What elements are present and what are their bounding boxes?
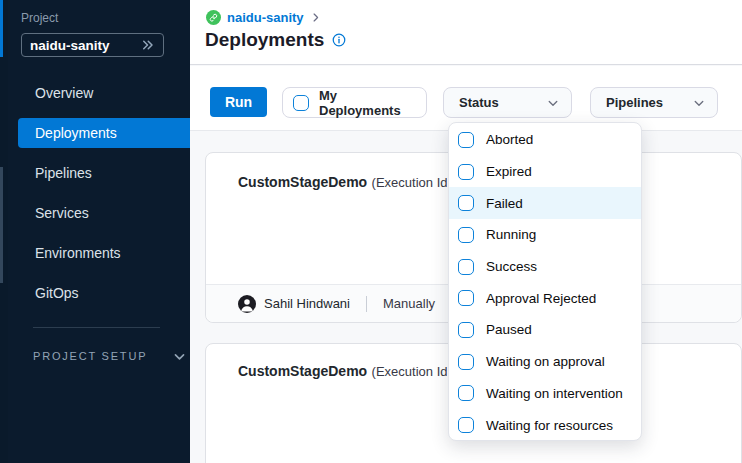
user-avatar (238, 295, 256, 313)
sidebar-item-label: GitOps (35, 285, 79, 301)
menu-item-waiting-on-approval[interactable]: Waiting on approval (449, 346, 641, 378)
sidebar-item-label: Pipelines (35, 165, 92, 181)
breadcrumb-project-link[interactable]: naidu-sanity (227, 10, 304, 25)
menu-item-checkbox[interactable] (458, 385, 474, 401)
menu-item-checkbox[interactable] (458, 227, 474, 243)
menu-item-checkbox[interactable] (458, 417, 474, 433)
menu-item-failed[interactable]: Failed (449, 187, 641, 219)
chevron-right-icon (310, 12, 321, 23)
menu-item-label: Waiting on intervention (486, 386, 623, 401)
my-deployments-toggle[interactable]: My Deployments (282, 87, 427, 118)
menu-item-label: Aborted (486, 132, 533, 147)
project-link-icon (206, 10, 221, 25)
execution-id-note: (Execution Id (372, 175, 448, 190)
sidebar-item-overview[interactable]: Overview (18, 78, 190, 108)
page-header: naidu-sanity Deployments (190, 0, 742, 65)
trigger-type: Manually (383, 296, 435, 311)
menu-item-label: Running (486, 227, 536, 242)
menu-item-checkbox[interactable] (458, 132, 474, 148)
main-content: naidu-sanity Deployments (190, 0, 742, 463)
page-title: Deployments (205, 29, 324, 51)
info-icon[interactable] (332, 33, 346, 47)
project-setup-label: PROJECT SETUP (33, 350, 147, 362)
menu-item-paused[interactable]: Paused (449, 314, 641, 346)
breadcrumb: naidu-sanity (206, 10, 321, 25)
sidebar-item-deployments[interactable]: Deployments (18, 118, 190, 148)
sidebar-item-pipelines[interactable]: Pipelines (18, 158, 190, 188)
menu-item-aborted[interactable]: Aborted (449, 124, 641, 156)
menu-item-label: Failed (486, 196, 523, 211)
sidebar-item-label: Environments (35, 245, 121, 261)
title-row: Deployments (205, 29, 346, 51)
chevron-down-icon (547, 97, 559, 109)
sidebar-item-project-setup[interactable]: PROJECT SETUP (33, 346, 186, 366)
run-button[interactable]: Run (210, 87, 267, 117)
project-name: naidu-sanity (30, 38, 140, 53)
menu-item-checkbox[interactable] (458, 290, 474, 306)
sidebar-item-gitops[interactable]: GitOps (18, 278, 190, 308)
rail-active-indicator (0, 0, 3, 57)
footer-separator (366, 296, 367, 312)
sidebar-item-services[interactable]: Services (18, 198, 190, 228)
project-label: Project (21, 11, 58, 25)
pipeline-name: CustomStageDemo (238, 363, 367, 379)
menu-item-label: Waiting on approval (486, 354, 605, 369)
menu-item-running[interactable]: Running (449, 219, 641, 251)
chevron-down-icon (173, 350, 186, 363)
menu-item-checkbox[interactable] (458, 195, 474, 211)
menu-item-label: Paused (486, 322, 532, 337)
triggered-by-user[interactable]: Sahil Hindwani (264, 296, 350, 311)
sidebar-item-label: Overview (35, 85, 93, 101)
module-rail (0, 0, 8, 463)
menu-item-label: Expired (486, 164, 532, 179)
sidebar-item-environments[interactable]: Environments (18, 238, 190, 268)
project-selector[interactable]: naidu-sanity (21, 33, 164, 57)
card-title-row: CustomStageDemo (Execution Id (238, 362, 447, 380)
menu-item-waiting-for-resources[interactable]: Waiting for resources (449, 409, 641, 441)
menu-item-checkbox[interactable] (458, 322, 474, 338)
sidebar: Project naidu-sanity Overview Deployment… (8, 0, 190, 463)
menu-item-checkbox[interactable] (458, 164, 474, 180)
menu-item-label: Success (486, 259, 537, 274)
status-filter-menu: Aborted Expired Failed Running Success A… (448, 122, 642, 441)
app-root: Project naidu-sanity Overview Deployment… (0, 0, 742, 463)
rail-scrollbar-thumb[interactable] (0, 167, 3, 283)
sidebar-divider (33, 327, 160, 328)
my-deployments-label: My Deployments (319, 88, 414, 118)
pipeline-name: CustomStageDemo (238, 174, 367, 190)
menu-item-checkbox[interactable] (458, 354, 474, 370)
menu-item-label: Waiting for resources (486, 418, 613, 433)
menu-item-waiting-on-intervention[interactable]: Waiting on intervention (449, 378, 641, 410)
sidebar-item-label: Deployments (35, 125, 117, 141)
status-filter-dropdown[interactable]: Status (443, 87, 572, 118)
double-chevron-right-icon (140, 39, 155, 51)
menu-item-checkbox[interactable] (458, 259, 474, 275)
menu-item-label: Approval Rejected (486, 291, 596, 306)
menu-item-expired[interactable]: Expired (449, 156, 641, 188)
status-filter-label: Status (459, 95, 499, 110)
pipelines-filter-label: Pipelines (606, 95, 663, 110)
card-title-row: CustomStageDemo (Execution Id (238, 173, 447, 191)
execution-id-note: (Execution Id (372, 364, 448, 379)
menu-item-success[interactable]: Success (449, 251, 641, 283)
my-deployments-checkbox[interactable] (293, 95, 309, 111)
pipelines-filter-dropdown[interactable]: Pipelines (590, 87, 718, 118)
chevron-down-icon (693, 97, 705, 109)
menu-item-approval-rejected[interactable]: Approval Rejected (449, 282, 641, 314)
sidebar-item-label: Services (35, 205, 89, 221)
